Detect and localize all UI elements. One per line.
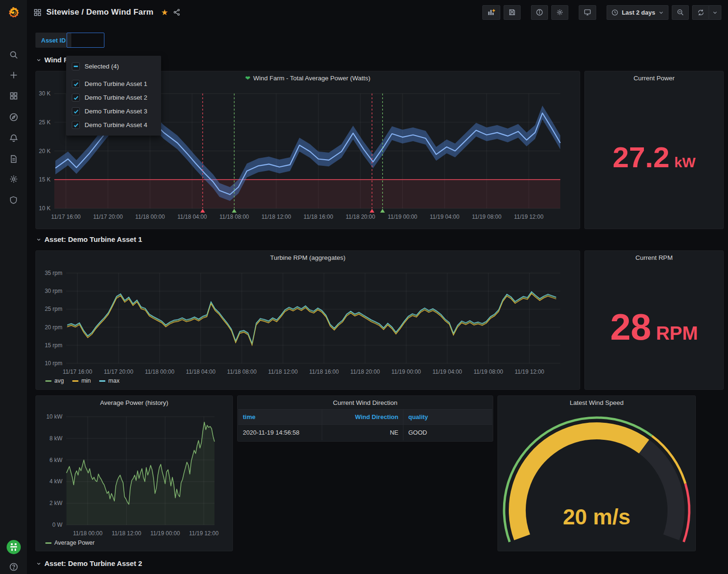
share-icon[interactable] xyxy=(173,9,180,16)
row-header-asset-1[interactable]: Asset: Demo Turbine Asset 1 xyxy=(36,235,142,243)
svg-text:20 rpm: 20 rpm xyxy=(45,324,62,331)
svg-text:11/18 08:00: 11/18 08:00 xyxy=(227,368,257,375)
refresh-button[interactable] xyxy=(692,5,709,20)
svg-text:11/18 04:00: 11/18 04:00 xyxy=(177,214,207,220)
dropdown-option[interactable]: Demo Turbine Asset 2 xyxy=(66,91,161,104)
checkbox-checked[interactable] xyxy=(72,107,80,115)
panel-title[interactable]: Current Power xyxy=(585,75,723,82)
rpm-legend: avgminmax xyxy=(45,377,120,384)
page-title: Sitewise / Demo Wind Farm xyxy=(46,8,154,17)
svg-text:10 K: 10 K xyxy=(39,205,51,212)
dropdown-option[interactable]: Demo Turbine Asset 3 xyxy=(66,104,161,118)
panel-wind-direction: Current Wind Direction time Wind Directi… xyxy=(237,395,493,442)
user-avatar[interactable] xyxy=(0,539,27,556)
legend-item[interactable]: max xyxy=(99,377,120,384)
svg-text:11/18 12:00: 11/18 12:00 xyxy=(268,368,298,375)
alerting-bell-icon[interactable] xyxy=(0,129,27,146)
svg-text:11/18 00:00: 11/18 00:00 xyxy=(73,530,103,537)
dropdown-option[interactable]: Demo Turbine Asset 1 xyxy=(66,77,161,91)
svg-text:11/17 20:00: 11/17 20:00 xyxy=(104,368,134,375)
grafana-logo[interactable] xyxy=(0,4,27,22)
help-icon[interactable] xyxy=(0,558,27,574)
variable-label: Asset ID xyxy=(35,33,71,48)
dropdown-summary-item[interactable]: Selected (4) xyxy=(66,59,161,74)
stat-value: 28 RPM xyxy=(610,306,698,349)
checkbox-indeterminate[interactable] xyxy=(72,62,80,70)
docs-file-icon[interactable] xyxy=(0,150,27,167)
explore-compass-icon[interactable] xyxy=(0,109,27,126)
create-plus-icon[interactable] xyxy=(0,67,27,84)
panel-current-power: Current Power 27.2 kW xyxy=(584,71,724,229)
panel-title[interactable]: Current Wind Direction xyxy=(238,399,493,406)
svg-text:11/17 16:00: 11/17 16:00 xyxy=(63,368,93,375)
svg-text:11/18 20:00: 11/18 20:00 xyxy=(351,368,380,375)
svg-text:11/18 12:00: 11/18 12:00 xyxy=(111,530,141,537)
svg-text:25 K: 25 K xyxy=(39,119,51,126)
svg-text:30 K: 30 K xyxy=(39,90,51,97)
svg-text:11/19 00:00: 11/19 00:00 xyxy=(388,214,418,220)
svg-text:10 kW: 10 kW xyxy=(46,413,63,420)
svg-text:4 kW: 4 kW xyxy=(50,478,63,485)
avg-power-chart[interactable]: 11/18 00:0011/18 12:0011/19 00:0011/19 1… xyxy=(36,396,232,551)
settings-gear-icon[interactable] xyxy=(0,171,27,188)
svg-text:11/17 20:00: 11/17 20:00 xyxy=(93,214,123,220)
asset-id-dropdown-menu: Selected (4) Demo Turbine Asset 1 Demo T… xyxy=(66,56,161,136)
turbine-rpm-chart[interactable]: 11/17 16:0011/17 20:0011/18 00:0011/18 0… xyxy=(36,251,580,389)
checkbox-checked[interactable] xyxy=(72,94,80,102)
svg-text:35 rpm: 35 rpm xyxy=(45,270,62,276)
dashboard-settings-button[interactable] xyxy=(551,5,568,20)
favorite-star-icon[interactable]: ★ xyxy=(161,8,168,17)
zoom-out-time-button[interactable] xyxy=(672,5,689,20)
svg-text:11/19 12:00: 11/19 12:00 xyxy=(515,368,545,375)
refresh-interval-dropdown[interactable] xyxy=(709,5,721,20)
dashboards-icon[interactable] xyxy=(0,87,27,104)
svg-text:30 rpm: 30 rpm xyxy=(45,288,62,294)
panel-turbine-rpm: Turbine RPM (aggregates) 11/17 16:0011/1… xyxy=(35,250,580,390)
svg-text:11/19 00:00: 11/19 00:00 xyxy=(392,368,421,375)
legend-item[interactable]: Average Power xyxy=(45,540,94,546)
checkbox-checked[interactable] xyxy=(72,80,80,88)
svg-text:11/18 08:00: 11/18 08:00 xyxy=(219,214,249,220)
add-panel-button[interactable] xyxy=(482,5,500,20)
svg-text:11/19 12:00: 11/19 12:00 xyxy=(514,214,544,220)
dashboard-grid-icon[interactable] xyxy=(34,9,42,17)
chevron-down-icon xyxy=(659,10,664,15)
svg-text:15 rpm: 15 rpm xyxy=(45,342,62,349)
panel-avg-power-history: Average Power (history) 11/18 00:0011/18… xyxy=(35,395,233,551)
admin-shield-icon[interactable] xyxy=(0,191,27,208)
time-range-picker[interactable]: Last 2 days xyxy=(607,5,668,20)
time-range-label: Last 2 days xyxy=(622,9,655,16)
legend-item[interactable]: min xyxy=(72,377,91,384)
dropdown-option[interactable]: Demo Turbine Asset 4 xyxy=(66,118,161,132)
svg-text:11/19 04:00: 11/19 04:00 xyxy=(433,368,462,375)
svg-text:11/18 00:00: 11/18 00:00 xyxy=(145,368,175,375)
column-header-quality[interactable]: quality xyxy=(403,410,492,425)
svg-text:2 kW: 2 kW xyxy=(50,500,63,506)
checkbox-checked[interactable] xyxy=(72,121,80,129)
svg-text:25 rpm: 25 rpm xyxy=(45,306,62,312)
chevron-down-icon xyxy=(36,561,41,566)
svg-text:11/19 12:00: 11/19 12:00 xyxy=(189,530,219,537)
save-dashboard-button[interactable] xyxy=(504,5,521,20)
asset-id-input[interactable] xyxy=(67,33,104,48)
table-row: 2020-11-19 14:56:58NEGOOD xyxy=(238,425,492,441)
svg-text:11/19 04:00: 11/19 04:00 xyxy=(430,214,460,220)
svg-text:11/18 20:00: 11/18 20:00 xyxy=(346,214,376,220)
svg-text:11/17 16:00: 11/17 16:00 xyxy=(51,214,81,220)
svg-text:20 K: 20 K xyxy=(39,148,51,154)
dashboard-insights-button[interactable] xyxy=(531,5,548,20)
search-icon[interactable] xyxy=(0,46,27,63)
chevron-down-icon xyxy=(36,58,41,62)
svg-text:11/18 16:00: 11/18 16:00 xyxy=(304,214,334,220)
panel-latest-wind-speed: Latest Wind Speed 20 m/s xyxy=(497,395,696,551)
tv-kiosk-button[interactable] xyxy=(579,5,596,20)
wind-direction-table: time Wind Direction quality 2020-11-19 1… xyxy=(238,409,492,440)
stat-value: 27.2 kW xyxy=(613,140,696,174)
panel-title[interactable]: Current RPM xyxy=(585,254,723,261)
svg-text:0 W: 0 W xyxy=(52,522,63,528)
column-header-time[interactable]: time xyxy=(238,410,322,425)
row-header-asset-2[interactable]: Asset: Demo Turbine Asset 2 xyxy=(36,559,142,567)
legend-item[interactable]: avg xyxy=(45,377,64,384)
column-header-wind-direction[interactable]: Wind Direction xyxy=(322,410,403,425)
svg-text:6 kW: 6 kW xyxy=(50,457,63,463)
